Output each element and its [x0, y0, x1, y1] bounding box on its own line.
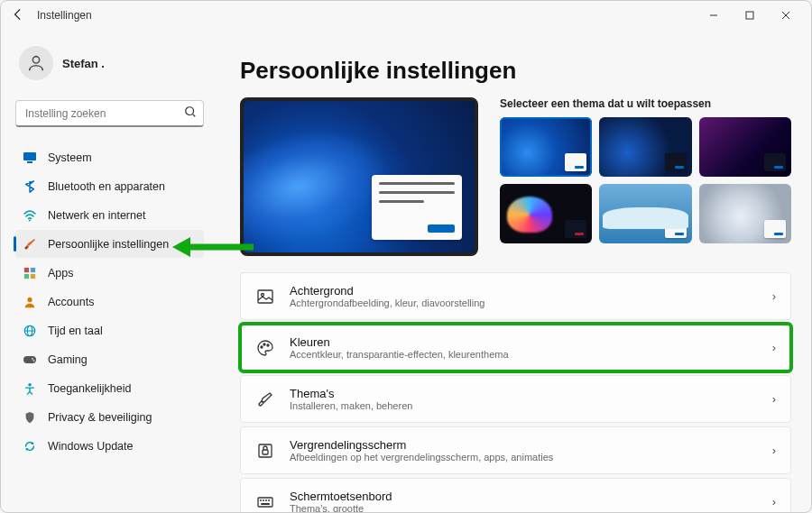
close-button[interactable] [768, 3, 804, 28]
svg-rect-7 [23, 152, 36, 160]
sidebar-item-bluetooth[interactable]: Bluetooth en apparaten [15, 172, 204, 200]
card-title: Achtergrond [290, 284, 758, 298]
nav-list: Systeem Bluetooth en apparaten Netwerk e… [15, 143, 204, 460]
svg-point-4 [32, 57, 39, 63]
card-touchkeyboard[interactable]: Schermtoetsenbord Thema's, grootte › [240, 478, 791, 512]
sidebar-item-label: Accounts [48, 296, 94, 308]
theme-selector-label: Selecteer een thema dat u wilt toepassen [500, 97, 791, 110]
svg-rect-28 [263, 450, 268, 454]
svg-rect-18 [23, 356, 36, 363]
chevron-right-icon: › [772, 392, 776, 406]
titlebar: Instellingen [1, 1, 811, 30]
paintbrush-icon [23, 237, 37, 252]
sidebar-item-label: Netwerk en internet [48, 209, 145, 222]
theme-thumb-5[interactable] [599, 184, 691, 243]
sidebar-item-label: Privacy & beveiliging [48, 411, 152, 424]
card-title: Thema's [290, 387, 758, 400]
globe-icon [23, 324, 37, 338]
sidebar-item-update[interactable]: Windows Update [15, 432, 204, 460]
svg-rect-11 [31, 267, 35, 271]
card-subtitle: Installeren, maken, beheren [290, 400, 758, 411]
refresh-icon [23, 439, 37, 453]
apps-icon [23, 266, 37, 280]
keyboard-icon [255, 492, 275, 512]
sidebar-item-label: Windows Update [48, 440, 134, 453]
sidebar-item-system[interactable]: Systeem [15, 143, 204, 171]
sidebar-item-accounts[interactable]: Accounts [15, 288, 204, 316]
card-subtitle: Thema's, grootte [290, 503, 758, 512]
sidebar-item-privacy[interactable]: Privacy & beveiliging [15, 403, 204, 431]
settings-window: Instellingen Stefan . [0, 0, 812, 513]
window-title: Instellingen [37, 9, 92, 22]
sidebar-item-label: Apps [48, 267, 74, 279]
sidebar-item-accessibility[interactable]: Toegankelijkheid [15, 374, 204, 402]
shield-icon [23, 410, 37, 425]
svg-point-14 [27, 297, 32, 301]
svg-rect-22 [258, 290, 272, 303]
svg-point-23 [262, 293, 264, 296]
sidebar-item-label: Toegankelijkheid [48, 382, 131, 395]
desktop-preview [240, 97, 478, 256]
card-lockscreen[interactable]: Vergrendelingsscherm Afbeeldingen op het… [240, 426, 791, 474]
sidebar-item-label: Tijd en taal [48, 325, 103, 337]
card-subtitle: Achtergrondafbeelding, kleur, diavoorste… [290, 298, 758, 308]
profile-name: Stefan . [62, 57, 105, 70]
sidebar-item-time[interactable]: Tijd en taal [15, 316, 204, 344]
avatar [19, 46, 53, 80]
sidebar-item-label: Gaming [48, 353, 88, 366]
card-subtitle: Afbeeldingen op het vergrendelingsscherm… [290, 452, 758, 463]
back-icon[interactable] [12, 8, 24, 23]
svg-point-26 [267, 344, 269, 346]
card-background[interactable]: Achtergrond Achtergrondafbeelding, kleur… [240, 272, 791, 320]
sidebar-item-label: Systeem [48, 151, 92, 164]
theme-thumb-3[interactable] [699, 117, 791, 177]
card-colors[interactable]: Kleuren Accentkleur, transparantie-effec… [240, 324, 791, 371]
theme-thumb-4[interactable] [500, 184, 592, 243]
sidebar-item-label: Bluetooth en apparaten [48, 180, 165, 193]
card-title: Schermtoetsenbord [290, 490, 758, 503]
profile[interactable]: Stefan . [15, 46, 204, 80]
sidebar-item-network[interactable]: Netwerk en internet [15, 201, 204, 229]
svg-line-6 [193, 115, 196, 117]
svg-point-25 [263, 344, 265, 345]
sidebar-item-apps[interactable]: Apps [15, 259, 204, 287]
card-title: Kleuren [290, 335, 758, 349]
svg-rect-13 [31, 273, 35, 278]
sidebar-item-gaming[interactable]: Gaming [15, 345, 204, 373]
card-themes[interactable]: Thema's Installeren, maken, beheren › [240, 375, 791, 423]
svg-point-20 [33, 360, 35, 362]
page-title: Persoonlijke instellingen [240, 57, 791, 85]
preview-window [372, 175, 462, 240]
svg-rect-8 [27, 161, 32, 163]
minimize-button[interactable] [696, 3, 732, 28]
card-title: Vergrendelingsscherm [290, 438, 758, 452]
bluetooth-icon [23, 179, 37, 194]
sidebar-item-personalization[interactable]: Persoonlijke instellingen [15, 230, 204, 258]
maximize-button[interactable] [732, 3, 768, 28]
svg-rect-12 [24, 273, 29, 278]
chevron-right-icon: › [772, 289, 776, 303]
monitor-icon [23, 151, 37, 165]
chevron-right-icon: › [772, 444, 776, 457]
search-box[interactable] [15, 100, 204, 127]
svg-rect-1 [746, 12, 753, 19]
card-subtitle: Accentkleur, transparantie-effecten, kle… [290, 349, 758, 360]
theme-thumb-6[interactable] [699, 184, 791, 243]
svg-rect-29 [258, 498, 272, 507]
gamepad-icon [23, 353, 37, 367]
palette-icon [255, 338, 275, 358]
svg-point-21 [28, 382, 32, 386]
main-content: Persoonlijke instellingen Selecteer een … [213, 30, 811, 512]
chevron-right-icon: › [772, 495, 776, 508]
chevron-right-icon: › [772, 341, 776, 354]
brush-icon [255, 389, 275, 409]
svg-point-9 [29, 219, 31, 221]
sidebar-item-label: Persoonlijke instellingen [48, 238, 169, 251]
search-input[interactable] [15, 100, 204, 127]
theme-thumb-2[interactable] [599, 117, 691, 177]
svg-point-24 [261, 346, 263, 348]
lockscreen-icon [255, 441, 275, 461]
image-icon [255, 287, 275, 307]
accessibility-icon [23, 381, 37, 396]
theme-thumb-1[interactable] [500, 117, 592, 177]
